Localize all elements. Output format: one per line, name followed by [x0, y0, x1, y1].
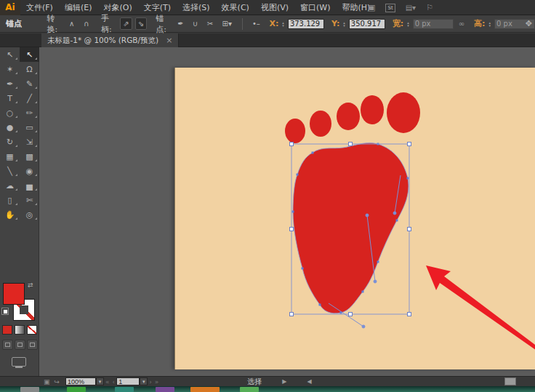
draw-normal-button[interactable] [2, 340, 13, 350]
magic-wand-tool[interactable]: ✶ [0, 62, 20, 76]
blob-brush-tool[interactable]: ● [0, 120, 20, 135]
zoom-tool[interactable]: ◎ [20, 207, 39, 222]
menu-effect[interactable]: 效果(C) [216, 0, 255, 15]
pencil-tool[interactable]: ✏ [20, 105, 39, 120]
y-stepper[interactable]: ▴▾ [343, 21, 345, 27]
line-segment-tool[interactable]: ╱ [20, 91, 39, 105]
menu-view[interactable]: 视图(V) [255, 0, 294, 15]
swap-fill-stroke-icon[interactable]: ⇄ [28, 281, 33, 289]
paintbrush-tool[interactable]: ✎ [20, 76, 39, 91]
taskbar-item-active[interactable] [190, 387, 220, 392]
stock-icon[interactable]: St [385, 4, 395, 12]
y-label: Y: [331, 19, 339, 28]
constrain-link-icon[interactable]: ∞ [459, 20, 464, 28]
type-tool[interactable]: T [0, 91, 20, 105]
toe-ellipse-2[interactable] [310, 111, 331, 137]
direct-selection-tool[interactable]: ↖ [20, 47, 39, 62]
cs-live-icon[interactable]: ⚐ [426, 3, 433, 12]
artboard-tool[interactable]: ▯ [0, 193, 20, 207]
status-icon-1[interactable]: ▣ [44, 378, 50, 385]
arrange-documents-icon[interactable]: ▣ [368, 3, 375, 12]
rotate-tool[interactable]: ↻ [0, 135, 20, 149]
artwork-layer [39, 47, 535, 376]
chevron-down-icon: ▾ [228, 20, 232, 28]
menu-bar: Ai 文件(F) 编辑(E) 对象(O) 文字(T) 选择(S) 效果(C) 视… [0, 0, 535, 15]
none-button[interactable] [27, 325, 37, 335]
workspace-switcher-icon[interactable]: ▤▾ [406, 4, 416, 12]
document-tab[interactable]: 未标题-1* @ 100% (RGB/预览) × [41, 33, 179, 47]
annotation-arrow [426, 265, 535, 352]
hand-tool[interactable]: ✋ [0, 207, 20, 222]
prev-artboard-button[interactable]: ‹ [113, 378, 116, 385]
handles-show-button[interactable]: ⇗ [120, 17, 132, 30]
menu-window[interactable]: 窗口(W) [294, 0, 336, 15]
scrollbar-thumb[interactable] [504, 377, 516, 385]
x-stepper[interactable]: ▴▾ [282, 21, 284, 27]
artboard-number-field[interactable] [116, 377, 140, 385]
isolate-button[interactable]: •– [250, 17, 262, 30]
toe-ellipse-4[interactable] [361, 95, 384, 124]
big-toe-ellipse[interactable] [387, 92, 420, 133]
transform-icon[interactable]: ✥ [526, 19, 532, 28]
divider [242, 18, 243, 30]
first-artboard-button[interactable]: « [105, 378, 110, 385]
fill-swatch[interactable] [3, 283, 25, 305]
anchor-delete-button[interactable]: ✒ [174, 17, 186, 30]
draw-inside-button[interactable] [27, 340, 38, 350]
eyedropper-tool[interactable]: ╲ [0, 164, 20, 178]
column-graph-tool[interactable]: ▅ [20, 178, 39, 193]
ellipse-tool[interactable]: ○ [0, 105, 20, 120]
artboard-dropdown-icon[interactable]: ▾ [140, 377, 148, 385]
anchor-connect-button[interactable]: ∪ [190, 17, 201, 30]
align-dropdown-button[interactable]: ⊞▾ [219, 17, 235, 30]
toe-ellipse-1[interactable] [285, 119, 305, 143]
zoom-level-field[interactable] [65, 377, 96, 385]
slice-tool[interactable]: ✄ [20, 193, 39, 207]
canvas-viewport[interactable] [39, 47, 535, 376]
taskbar-item[interactable] [115, 387, 134, 392]
symbol-sprayer-tool[interactable]: ☁ [0, 178, 20, 193]
x-label: X: [269, 19, 278, 28]
taskbar-item[interactable] [20, 387, 39, 392]
foot-sole-shape[interactable] [293, 143, 409, 313]
anchor-cut-button[interactable]: ✂ [204, 17, 216, 30]
taskbar-item[interactable] [240, 387, 259, 392]
scroll-right-icon[interactable]: ▶ [282, 378, 286, 385]
perspective-grid-tool[interactable]: ▦ [0, 149, 20, 164]
illustrator-window: Ai 文件(F) 编辑(E) 对象(O) 文字(T) 选择(S) 效果(C) 视… [0, 0, 535, 392]
status-text: 选择 [247, 377, 262, 387]
gradient-button[interactable] [15, 325, 25, 335]
zoom-dropdown-icon[interactable]: ▾ [96, 377, 104, 385]
menu-select[interactable]: 选择(S) [177, 0, 216, 15]
blend-tool[interactable]: ◉ [20, 164, 39, 178]
lasso-tool[interactable]: Ω [20, 62, 39, 76]
mesh-tool[interactable]: ▩ [20, 149, 39, 164]
last-artboard-button[interactable]: » [155, 378, 159, 385]
pen-tool[interactable]: ✒ [0, 76, 20, 91]
x-input[interactable] [288, 19, 324, 29]
screen-mode-button[interactable] [12, 357, 26, 367]
width-stepper[interactable]: ▴▾ [407, 21, 409, 27]
y-input[interactable] [349, 19, 385, 29]
convert-smooth-button[interactable]: ∩ [81, 17, 92, 30]
selection-tool[interactable]: ↖ [0, 47, 20, 62]
windows-taskbar[interactable] [0, 386, 535, 392]
free-transform-tool[interactable]: ⇲ [20, 135, 39, 149]
next-artboard-button[interactable]: › [149, 378, 152, 385]
default-fill-stroke-icon[interactable] [1, 308, 9, 315]
taskbar-item[interactable] [156, 387, 174, 392]
height-stepper[interactable]: ▴▾ [488, 21, 491, 27]
color-button[interactable] [2, 325, 12, 335]
status-icon-2[interactable]: ↪ [55, 378, 60, 385]
convert-corner-button[interactable]: ∧ [66, 17, 78, 30]
draw-behind-button[interactable] [15, 340, 25, 350]
scroll-left-icon[interactable]: ◀ [307, 378, 311, 385]
toe-ellipse-3[interactable] [337, 103, 360, 130]
chevron-down-icon: ▾ [412, 4, 416, 12]
eraser-tool[interactable]: ▭ [20, 120, 39, 135]
close-icon[interactable]: × [166, 36, 172, 45]
handles-hide-button[interactable]: ⇘ [135, 17, 148, 30]
taskbar-item[interactable] [67, 387, 86, 392]
menu-edit[interactable]: 编辑(E) [59, 0, 98, 15]
width-input[interactable] [413, 19, 454, 29]
